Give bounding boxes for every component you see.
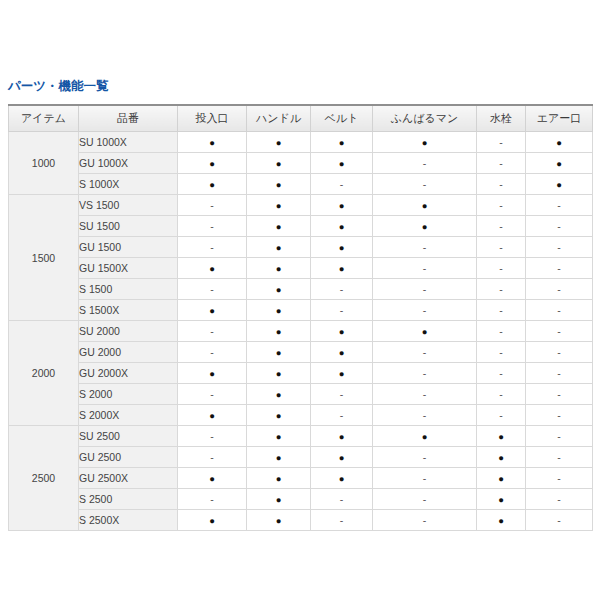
table-row: S 1500X●●---- <box>9 300 593 321</box>
column-header-handle: ハンドル <box>247 105 311 132</box>
table-row: GU 1500-●●--- <box>9 237 593 258</box>
feature-absent-cell: - <box>526 426 593 447</box>
feature-present-cell: ● <box>247 447 311 468</box>
table-row: GU 2500-●●-●- <box>9 447 593 468</box>
model-number-cell: SU 2500 <box>79 426 178 447</box>
feature-absent-cell: - <box>373 510 477 531</box>
feature-present-cell: ● <box>311 216 373 237</box>
model-number-cell: S 2500X <box>79 510 178 531</box>
feature-absent-cell: - <box>373 174 477 195</box>
feature-present-cell: ● <box>178 468 247 489</box>
feature-present-cell: ● <box>373 132 477 153</box>
feature-present-cell: ● <box>311 195 373 216</box>
feature-absent-cell: - <box>526 489 593 510</box>
model-number-cell: GU 2500 <box>79 447 178 468</box>
feature-present-cell: ● <box>178 405 247 426</box>
feature-present-cell: ● <box>477 447 526 468</box>
feature-present-cell: ● <box>247 174 311 195</box>
feature-absent-cell: - <box>373 384 477 405</box>
model-number-cell: SU 1500 <box>79 216 178 237</box>
feature-absent-cell: - <box>526 237 593 258</box>
parts-function-table: アイテム 品番 投入口 ハンドル ベルト ふんばるマン 水栓 エアー口 1000… <box>8 104 593 531</box>
feature-absent-cell: - <box>526 258 593 279</box>
table-row: GU 1500X●●●--- <box>9 258 593 279</box>
feature-present-cell: ● <box>178 300 247 321</box>
model-number-cell: S 2500 <box>79 489 178 510</box>
feature-absent-cell: - <box>477 363 526 384</box>
table-header: アイテム 品番 投入口 ハンドル ベルト ふんばるマン 水栓 エアー口 <box>9 105 593 132</box>
feature-absent-cell: - <box>178 216 247 237</box>
feature-present-cell: ● <box>178 363 247 384</box>
feature-present-cell: ● <box>178 258 247 279</box>
model-number-cell: SU 1000X <box>79 132 178 153</box>
feature-absent-cell: - <box>178 279 247 300</box>
model-number-cell: S 2000X <box>79 405 178 426</box>
column-header-model: 品番 <box>79 105 178 132</box>
table-row: S 1000X●●---● <box>9 174 593 195</box>
column-header-funbaruman: ふんばるマン <box>373 105 477 132</box>
page: パーツ・機能一覧 アイテム 品番 投入口 ハンドル ベルト ふんばるマン 水栓 … <box>0 0 600 600</box>
table-row: 2500SU 2500-●●●●- <box>9 426 593 447</box>
feature-absent-cell: - <box>373 447 477 468</box>
feature-present-cell: ● <box>247 195 311 216</box>
feature-absent-cell: - <box>311 300 373 321</box>
feature-absent-cell: - <box>311 405 373 426</box>
model-number-cell: S 1000X <box>79 174 178 195</box>
feature-present-cell: ● <box>247 384 311 405</box>
column-header-air-vent: エアー口 <box>526 105 593 132</box>
column-header-water-tap: 水栓 <box>477 105 526 132</box>
feature-absent-cell: - <box>373 342 477 363</box>
feature-absent-cell: - <box>526 300 593 321</box>
feature-present-cell: ● <box>526 132 593 153</box>
model-number-cell: S 1500 <box>79 279 178 300</box>
feature-absent-cell: - <box>477 405 526 426</box>
feature-present-cell: ● <box>311 447 373 468</box>
feature-absent-cell: - <box>178 321 247 342</box>
feature-present-cell: ● <box>247 510 311 531</box>
feature-absent-cell: - <box>178 237 247 258</box>
feature-absent-cell: - <box>178 447 247 468</box>
table-row: GU 1000X●●●--● <box>9 153 593 174</box>
table-body: 1000SU 1000X●●●●-●GU 1000X●●●--●S 1000X●… <box>9 132 593 531</box>
feature-present-cell: ● <box>373 195 477 216</box>
column-header-belt: ベルト <box>311 105 373 132</box>
feature-present-cell: ● <box>247 153 311 174</box>
feature-absent-cell: - <box>477 216 526 237</box>
feature-present-cell: ● <box>311 132 373 153</box>
feature-present-cell: ● <box>247 489 311 510</box>
feature-present-cell: ● <box>247 258 311 279</box>
feature-present-cell: ● <box>247 132 311 153</box>
table-row: 1500VS 1500-●●●-- <box>9 195 593 216</box>
feature-absent-cell: - <box>373 237 477 258</box>
feature-absent-cell: - <box>526 384 593 405</box>
model-number-cell: GU 2500X <box>79 468 178 489</box>
item-group-cell: 1500 <box>9 195 79 321</box>
feature-absent-cell: - <box>526 447 593 468</box>
feature-absent-cell: - <box>526 342 593 363</box>
model-number-cell: GU 2000X <box>79 363 178 384</box>
feature-present-cell: ● <box>477 468 526 489</box>
feature-present-cell: ● <box>178 132 247 153</box>
feature-present-cell: ● <box>178 510 247 531</box>
table-row: GU 2500X●●●-●- <box>9 468 593 489</box>
table-row: GU 2000X●●●--- <box>9 363 593 384</box>
feature-absent-cell: - <box>526 321 593 342</box>
feature-present-cell: ● <box>311 237 373 258</box>
table-row: 2000SU 2000-●●●-- <box>9 321 593 342</box>
feature-absent-cell: - <box>178 489 247 510</box>
feature-absent-cell: - <box>311 279 373 300</box>
feature-absent-cell: - <box>526 363 593 384</box>
feature-present-cell: ● <box>247 321 311 342</box>
feature-present-cell: ● <box>311 468 373 489</box>
table-row: S 2500X●●--●- <box>9 510 593 531</box>
feature-absent-cell: - <box>526 279 593 300</box>
feature-present-cell: ● <box>247 342 311 363</box>
feature-absent-cell: - <box>477 321 526 342</box>
feature-absent-cell: - <box>311 384 373 405</box>
feature-absent-cell: - <box>477 237 526 258</box>
feature-absent-cell: - <box>526 195 593 216</box>
feature-absent-cell: - <box>178 426 247 447</box>
feature-absent-cell: - <box>373 279 477 300</box>
feature-absent-cell: - <box>526 405 593 426</box>
feature-present-cell: ● <box>247 300 311 321</box>
